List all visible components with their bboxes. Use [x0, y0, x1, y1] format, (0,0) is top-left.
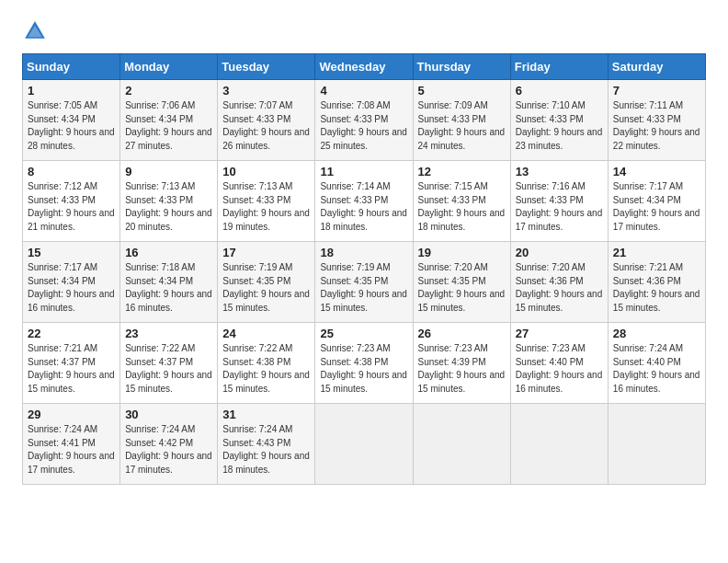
day-info: Sunrise: 7:15 AMSunset: 4:33 PMDaylight:… — [418, 180, 506, 234]
day-number: 26 — [418, 327, 506, 340]
calendar-cell: 4Sunrise: 7:08 AMSunset: 4:33 PMDaylight… — [315, 80, 413, 161]
day-number: 19 — [418, 246, 506, 259]
day-info: Sunrise: 7:10 AMSunset: 4:33 PMDaylight:… — [516, 99, 603, 153]
day-number: 2 — [125, 84, 212, 98]
calendar-cell: 6Sunrise: 7:10 AMSunset: 4:33 PMDaylight… — [510, 80, 608, 161]
day-number: 30 — [125, 408, 212, 421]
day-info: Sunrise: 7:05 AMSunset: 4:34 PMDaylight:… — [28, 99, 115, 153]
day-number: 8 — [28, 165, 115, 178]
calendar-cell: 29Sunrise: 7:24 AMSunset: 4:41 PMDayligh… — [23, 404, 120, 485]
day-info: Sunrise: 7:24 AMSunset: 4:41 PMDaylight:… — [28, 423, 115, 477]
calendar-cell: 11Sunrise: 7:14 AMSunset: 4:33 PMDayligh… — [315, 161, 413, 242]
calendar-cell: 25Sunrise: 7:23 AMSunset: 4:38 PMDayligh… — [315, 323, 413, 404]
day-info: Sunrise: 7:14 AMSunset: 4:33 PMDaylight:… — [320, 180, 407, 234]
calendar-cell: 16Sunrise: 7:18 AMSunset: 4:34 PMDayligh… — [120, 242, 218, 323]
day-info: Sunrise: 7:23 AMSunset: 4:38 PMDaylight:… — [320, 342, 407, 396]
day-number: 18 — [320, 246, 407, 259]
calendar-week-row: 29Sunrise: 7:24 AMSunset: 4:41 PMDayligh… — [23, 404, 706, 485]
day-number: 16 — [125, 246, 212, 259]
day-number: 25 — [320, 327, 407, 340]
calendar-cell: 9Sunrise: 7:13 AMSunset: 4:33 PMDaylight… — [120, 161, 218, 242]
calendar-week-row: 1Sunrise: 7:05 AMSunset: 4:34 PMDaylight… — [23, 80, 706, 161]
day-header-monday: Monday — [120, 54, 218, 80]
day-header-sunday: Sunday — [23, 54, 120, 80]
day-info: Sunrise: 7:24 AMSunset: 4:42 PMDaylight:… — [125, 423, 212, 477]
calendar-cell: 7Sunrise: 7:11 AMSunset: 4:33 PMDaylight… — [608, 80, 705, 161]
calendar-cell: 21Sunrise: 7:21 AMSunset: 4:36 PMDayligh… — [608, 242, 705, 323]
day-number: 24 — [222, 327, 310, 340]
calendar-cell: 18Sunrise: 7:19 AMSunset: 4:35 PMDayligh… — [315, 242, 413, 323]
day-info: Sunrise: 7:22 AMSunset: 4:38 PMDaylight:… — [222, 342, 310, 396]
calendar-cell: 12Sunrise: 7:15 AMSunset: 4:33 PMDayligh… — [413, 161, 510, 242]
day-info: Sunrise: 7:19 AMSunset: 4:35 PMDaylight:… — [222, 261, 310, 315]
day-number: 27 — [516, 327, 603, 340]
day-info: Sunrise: 7:20 AMSunset: 4:35 PMDaylight:… — [418, 261, 506, 315]
day-number: 23 — [125, 327, 212, 340]
calendar-week-row: 8Sunrise: 7:12 AMSunset: 4:33 PMDaylight… — [23, 161, 706, 242]
calendar-week-row: 15Sunrise: 7:17 AMSunset: 4:34 PMDayligh… — [23, 242, 706, 323]
day-info: Sunrise: 7:18 AMSunset: 4:34 PMDaylight:… — [125, 261, 212, 315]
day-number: 17 — [222, 246, 310, 259]
calendar-cell: 20Sunrise: 7:20 AMSunset: 4:36 PMDayligh… — [510, 242, 608, 323]
day-number: 14 — [613, 165, 700, 178]
calendar-cell — [413, 404, 510, 485]
calendar-cell: 31Sunrise: 7:24 AMSunset: 4:43 PMDayligh… — [218, 404, 315, 485]
day-number: 10 — [222, 165, 310, 178]
day-info: Sunrise: 7:13 AMSunset: 4:33 PMDaylight:… — [222, 180, 310, 234]
calendar-cell — [608, 404, 705, 485]
day-number: 20 — [516, 246, 603, 259]
day-info: Sunrise: 7:12 AMSunset: 4:33 PMDaylight:… — [28, 180, 115, 234]
day-header-saturday: Saturday — [608, 54, 705, 80]
day-number: 3 — [222, 84, 310, 98]
day-header-friday: Friday — [510, 54, 608, 80]
day-number: 29 — [28, 408, 115, 421]
day-number: 1 — [28, 84, 115, 98]
day-number: 5 — [418, 84, 506, 98]
calendar-cell: 17Sunrise: 7:19 AMSunset: 4:35 PMDayligh… — [218, 242, 315, 323]
day-number: 21 — [613, 246, 700, 259]
day-number: 6 — [516, 84, 603, 98]
calendar-cell: 30Sunrise: 7:24 AMSunset: 4:42 PMDayligh… — [120, 404, 218, 485]
calendar-cell: 22Sunrise: 7:21 AMSunset: 4:37 PMDayligh… — [23, 323, 120, 404]
day-info: Sunrise: 7:20 AMSunset: 4:36 PMDaylight:… — [516, 261, 603, 315]
day-header-thursday: Thursday — [413, 54, 510, 80]
calendar-header-row: SundayMondayTuesdayWednesdayThursdayFrid… — [23, 54, 706, 80]
day-info: Sunrise: 7:06 AMSunset: 4:34 PMDaylight:… — [125, 99, 212, 153]
day-number: 13 — [516, 165, 603, 178]
calendar-cell: 23Sunrise: 7:22 AMSunset: 4:37 PMDayligh… — [120, 323, 218, 404]
day-info: Sunrise: 7:21 AMSunset: 4:37 PMDaylight:… — [28, 342, 115, 396]
day-info: Sunrise: 7:23 AMSunset: 4:40 PMDaylight:… — [516, 342, 603, 396]
calendar-cell — [510, 404, 608, 485]
calendar-cell: 1Sunrise: 7:05 AMSunset: 4:34 PMDaylight… — [23, 80, 120, 161]
day-info: Sunrise: 7:09 AMSunset: 4:33 PMDaylight:… — [418, 99, 506, 153]
day-number: 12 — [418, 165, 506, 178]
day-number: 11 — [320, 165, 407, 178]
logo-icon — [22, 18, 48, 44]
day-number: 15 — [28, 246, 115, 259]
calendar-cell: 13Sunrise: 7:16 AMSunset: 4:33 PMDayligh… — [510, 161, 608, 242]
day-number: 22 — [28, 327, 115, 340]
calendar-cell: 14Sunrise: 7:17 AMSunset: 4:34 PMDayligh… — [608, 161, 705, 242]
day-header-tuesday: Tuesday — [218, 54, 315, 80]
day-info: Sunrise: 7:24 AMSunset: 4:40 PMDaylight:… — [613, 342, 700, 396]
day-info: Sunrise: 7:17 AMSunset: 4:34 PMDaylight:… — [28, 261, 115, 315]
calendar-cell: 28Sunrise: 7:24 AMSunset: 4:40 PMDayligh… — [608, 323, 705, 404]
day-info: Sunrise: 7:17 AMSunset: 4:34 PMDaylight:… — [613, 180, 700, 234]
day-info: Sunrise: 7:23 AMSunset: 4:39 PMDaylight:… — [418, 342, 506, 396]
day-info: Sunrise: 7:07 AMSunset: 4:33 PMDaylight:… — [222, 99, 310, 153]
day-info: Sunrise: 7:22 AMSunset: 4:37 PMDaylight:… — [125, 342, 212, 396]
calendar-cell: 19Sunrise: 7:20 AMSunset: 4:35 PMDayligh… — [413, 242, 510, 323]
calendar-cell: 3Sunrise: 7:07 AMSunset: 4:33 PMDaylight… — [218, 80, 315, 161]
calendar-cell: 27Sunrise: 7:23 AMSunset: 4:40 PMDayligh… — [510, 323, 608, 404]
day-number: 28 — [613, 327, 700, 340]
calendar-cell: 2Sunrise: 7:06 AMSunset: 4:34 PMDaylight… — [120, 80, 218, 161]
calendar-cell: 5Sunrise: 7:09 AMSunset: 4:33 PMDaylight… — [413, 80, 510, 161]
day-info: Sunrise: 7:16 AMSunset: 4:33 PMDaylight:… — [516, 180, 603, 234]
calendar-cell: 10Sunrise: 7:13 AMSunset: 4:33 PMDayligh… — [218, 161, 315, 242]
day-header-wednesday: Wednesday — [315, 54, 413, 80]
calendar-cell: 26Sunrise: 7:23 AMSunset: 4:39 PMDayligh… — [413, 323, 510, 404]
day-info: Sunrise: 7:24 AMSunset: 4:43 PMDaylight:… — [222, 423, 310, 477]
calendar-table: SundayMondayTuesdayWednesdayThursdayFrid… — [22, 53, 706, 485]
header — [22, 18, 706, 44]
day-info: Sunrise: 7:19 AMSunset: 4:35 PMDaylight:… — [320, 261, 407, 315]
